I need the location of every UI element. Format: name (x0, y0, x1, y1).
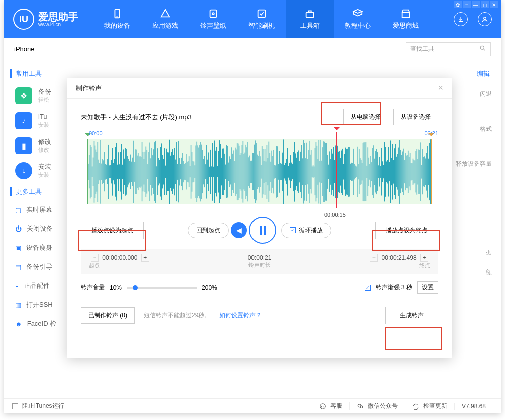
svg-rect-80 (156, 166, 157, 177)
rewind-button[interactable]: ◀ (231, 222, 247, 238)
start-minus[interactable]: − (91, 254, 99, 262)
wechat[interactable]: 微信公众号 (349, 402, 405, 410)
nav-store[interactable]: 爱思商城 (382, 0, 430, 38)
nav-my-device[interactable]: 我的设备 (93, 0, 141, 38)
sidebar-item-install[interactable]: ↓安装安装 (15, 162, 67, 179)
svg-rect-222 (296, 158, 297, 186)
fade-checkbox[interactable]: ✓ (365, 285, 371, 291)
svg-rect-272 (345, 148, 346, 196)
play-pause-button[interactable] (249, 217, 276, 244)
svg-rect-207 (281, 164, 282, 180)
svg-rect-193 (268, 158, 268, 185)
svg-rect-319 (391, 158, 392, 185)
generate-button[interactable]: 生成铃声 (385, 307, 438, 324)
sidebar-item-genuine[interactable]: ꟊ正品配件 (15, 281, 67, 290)
sidebar-item-screen[interactable]: ▢实时屏幕 (15, 205, 67, 214)
loop-toggle[interactable]: ✓循环播放 (281, 223, 331, 238)
svg-rect-244 (318, 159, 318, 185)
svg-rect-154 (229, 156, 229, 187)
sidebar-item-backup-guide[interactable]: ▤备份引导 (15, 262, 67, 271)
svg-rect-145 (220, 144, 221, 199)
svg-point-360 (320, 403, 326, 409)
svg-rect-182 (257, 155, 257, 189)
svg-rect-210 (284, 165, 285, 179)
svg-rect-137 (212, 143, 213, 201)
nav-toolbox[interactable]: 工具箱 (286, 0, 334, 38)
set-start-button[interactable]: 播放点设为起点 (81, 222, 144, 239)
titlebar-maximize[interactable]: ◻ (481, 1, 489, 8)
nav-ringtones[interactable]: 铃声壁纸 (189, 0, 237, 38)
svg-rect-219 (293, 152, 294, 191)
svg-rect-60 (137, 156, 137, 188)
titlebar-close[interactable]: ✕ (490, 1, 498, 8)
svg-rect-55 (132, 158, 132, 186)
svg-rect-184 (259, 151, 259, 193)
end-plus[interactable]: + (420, 254, 428, 262)
svg-rect-92 (168, 152, 169, 191)
titlebar-btn[interactable]: ≡ (463, 1, 471, 8)
sidebar-item-itunes[interactable]: ♪iTu安装 (15, 112, 67, 129)
waveform[interactable]: 00:00 00:21 00:00:15 (81, 130, 438, 208)
edit-link[interactable]: 编辑 (477, 69, 490, 78)
svg-rect-66 (143, 152, 143, 192)
user-icon[interactable] (478, 12, 492, 26)
sidebar-item-backup[interactable]: ❖备份轻松 (15, 87, 67, 104)
start-plus[interactable]: + (141, 254, 149, 262)
block-itunes-checkbox[interactable] (12, 403, 18, 409)
playhead-marker[interactable]: 00:00:15 (336, 132, 337, 208)
nav-tutorials[interactable]: 教程中心 (334, 0, 382, 38)
nav-flash[interactable]: 智能刷机 (237, 0, 286, 38)
svg-rect-181 (256, 143, 256, 201)
customer-service[interactable]: 客服 (312, 402, 349, 410)
svg-rect-313 (385, 147, 386, 197)
svg-rect-2 (210, 10, 217, 18)
sidebar-item-slim[interactable]: ▣设备瘦身 (15, 243, 67, 252)
sidebar-item-modify[interactable]: ▮修改修改 (15, 137, 67, 154)
device-name[interactable]: iPhone (14, 45, 406, 53)
svg-rect-277 (350, 164, 350, 180)
sidebar-item-faceid[interactable]: ☻FaceID 检 (15, 319, 67, 328)
svg-rect-287 (360, 158, 360, 185)
svg-rect-23 (100, 140, 101, 203)
from-pc-button[interactable]: 从电脑选择 (343, 109, 388, 125)
svg-rect-146 (221, 158, 222, 186)
svg-rect-39 (116, 143, 117, 201)
svg-rect-153 (228, 163, 228, 181)
svg-rect-338 (410, 153, 410, 190)
svg-rect-57 (134, 162, 134, 182)
svg-rect-83 (159, 160, 160, 184)
search-icon[interactable] (479, 45, 486, 53)
volume-slider[interactable] (127, 287, 197, 289)
titlebar-minimize[interactable]: — (472, 1, 480, 8)
made-ringtones-button[interactable]: 已制作铃声 (0) (81, 307, 135, 324)
svg-rect-228 (302, 158, 302, 185)
svg-rect-106 (182, 153, 182, 190)
check-update[interactable]: 检查更新 (405, 402, 454, 410)
svg-rect-123 (198, 148, 199, 196)
svg-rect-89 (165, 166, 166, 178)
svg-rect-10 (88, 164, 88, 180)
download-icon[interactable] (454, 12, 468, 26)
duration-value: 00:00:21 (248, 254, 272, 261)
svg-rect-195 (270, 153, 270, 191)
sidebar-item-shutdown[interactable]: ⏻关闭设备 (15, 224, 67, 233)
close-icon[interactable]: × (438, 83, 443, 93)
sidebar-item-ssh[interactable]: ▥打开SSH (15, 300, 67, 309)
nav-apps[interactable]: 应用游戏 (141, 0, 189, 38)
svg-rect-50 (127, 156, 127, 187)
case-icon: ▣ (15, 244, 21, 252)
set-end-button[interactable]: 播放点设为终点 (375, 222, 438, 239)
fade-settings-button[interactable]: 设置 (417, 281, 438, 294)
to-start-button[interactable]: 回到起点 (188, 223, 229, 238)
dialog-title: 制作铃声 (76, 84, 102, 93)
titlebar-btn[interactable]: ✿ (454, 1, 462, 8)
from-device-button[interactable]: 从设备选择 (393, 109, 438, 125)
svg-rect-320 (392, 144, 393, 199)
search-input[interactable]: 查找工具 (406, 42, 491, 56)
svg-rect-85 (161, 143, 162, 200)
how-to-link[interactable]: 如何设置铃声？ (219, 311, 262, 320)
svg-rect-339 (411, 163, 411, 181)
end-minus[interactable]: − (370, 254, 378, 262)
svg-rect-236 (310, 155, 310, 189)
sidebar: 常用工具 ❖备份轻松 ♪iTu安装 ▮修改修改 ↓安装安装 更多工具 ▢实时屏幕… (4, 60, 67, 398)
